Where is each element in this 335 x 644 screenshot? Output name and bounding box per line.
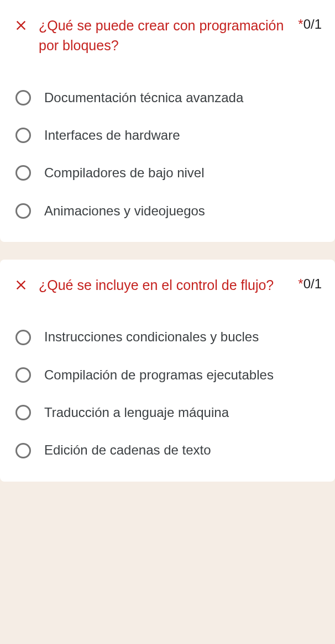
radio-icon: [15, 330, 31, 345]
question-header: ¿Qué se incluye en el control de flujo? …: [13, 275, 322, 295]
radio-icon: [15, 367, 31, 383]
question-title: ¿Qué se puede crear con programación por…: [39, 15, 294, 56]
radio-option[interactable]: Compilación de programas ejecutables: [15, 366, 322, 384]
option-label: Compilación de programas ejecutables: [44, 366, 274, 384]
question-title-wrap: ¿Qué se incluye en el control de flujo? …: [39, 275, 322, 295]
option-label: Interfaces de hardware: [44, 126, 180, 144]
question-header: ¿Qué se puede crear con programación por…: [13, 15, 322, 56]
radio-option[interactable]: Documentación técnica avanzada: [15, 89, 322, 107]
option-label: Edición de cadenas de texto: [44, 441, 211, 459]
incorrect-icon: [13, 277, 29, 293]
radio-option[interactable]: Compiladores de bajo nivel: [15, 164, 322, 182]
radio-icon: [15, 128, 31, 143]
radio-icon: [15, 165, 31, 181]
radio-icon: [15, 203, 31, 219]
option-label: Documentación técnica avanzada: [44, 89, 243, 107]
option-label: Animaciones y videojuegos: [44, 202, 205, 220]
radio-icon: [15, 443, 31, 458]
question-title-wrap: ¿Qué se puede crear con programación por…: [39, 15, 322, 56]
options-list: Instrucciones condicionales y bucles Com…: [13, 328, 322, 460]
radio-icon: [15, 90, 31, 105]
options-list: Documentación técnica avanzada Interface…: [13, 89, 322, 220]
radio-icon: [15, 405, 31, 420]
radio-option[interactable]: Interfaces de hardware: [15, 126, 322, 144]
option-label: Instrucciones condicionales y bucles: [44, 328, 259, 346]
question-score: *0/1: [298, 276, 322, 292]
radio-option[interactable]: Animaciones y videojuegos: [15, 202, 322, 220]
question-card: ¿Qué se puede crear con programación por…: [0, 0, 335, 242]
question-title: ¿Qué se incluye en el control de flujo?: [39, 275, 294, 295]
option-label: Compiladores de bajo nivel: [44, 164, 205, 182]
question-card: ¿Qué se incluye en el control de flujo? …: [0, 260, 335, 482]
incorrect-icon: [13, 18, 29, 33]
radio-option[interactable]: Instrucciones condicionales y bucles: [15, 328, 322, 346]
radio-option[interactable]: Traducción a lenguaje máquina: [15, 404, 322, 421]
radio-option[interactable]: Edición de cadenas de texto: [15, 441, 322, 459]
option-label: Traducción a lenguaje máquina: [44, 404, 229, 421]
question-score: *0/1: [298, 17, 322, 32]
